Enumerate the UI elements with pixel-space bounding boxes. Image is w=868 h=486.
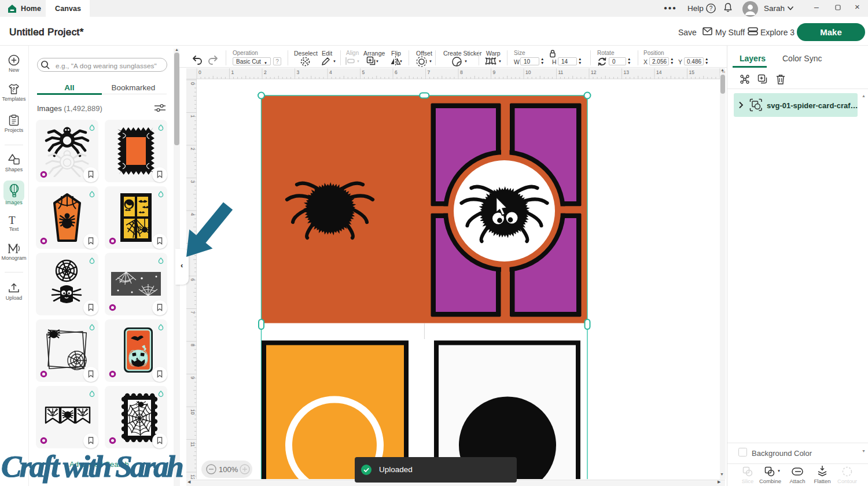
svg-text:6: 6 <box>190 278 196 281</box>
svg-text:6: 6 <box>395 69 398 75</box>
svg-text:1: 1 <box>231 69 234 75</box>
svg-text:10: 10 <box>525 69 531 75</box>
svg-text:7: 7 <box>428 69 431 75</box>
svg-text:4: 4 <box>329 69 332 75</box>
svg-text:14: 14 <box>656 69 662 75</box>
svg-text:3: 3 <box>297 69 300 75</box>
svg-text:9: 9 <box>493 69 496 75</box>
svg-text:12: 12 <box>190 474 196 479</box>
svg-text:7: 7 <box>190 311 196 314</box>
svg-text:3: 3 <box>190 181 196 183</box>
svg-text:10: 10 <box>190 409 196 415</box>
svg-text:8: 8 <box>460 69 463 75</box>
svg-text:13: 13 <box>624 69 630 75</box>
svg-text:8: 8 <box>190 344 196 347</box>
svg-text:2: 2 <box>190 148 196 150</box>
svg-text:?: ? <box>709 5 713 12</box>
svg-text:12: 12 <box>591 69 597 75</box>
svg-text:0: 0 <box>190 82 196 85</box>
svg-text:1: 1 <box>190 115 196 118</box>
svg-text:15: 15 <box>689 69 695 75</box>
svg-text:5: 5 <box>362 69 365 75</box>
svg-text:2: 2 <box>264 69 267 75</box>
svg-text:11: 11 <box>190 442 196 447</box>
svg-text:0: 0 <box>198 69 201 75</box>
svg-text:9: 9 <box>190 377 196 380</box>
svg-text:11: 11 <box>558 69 564 75</box>
